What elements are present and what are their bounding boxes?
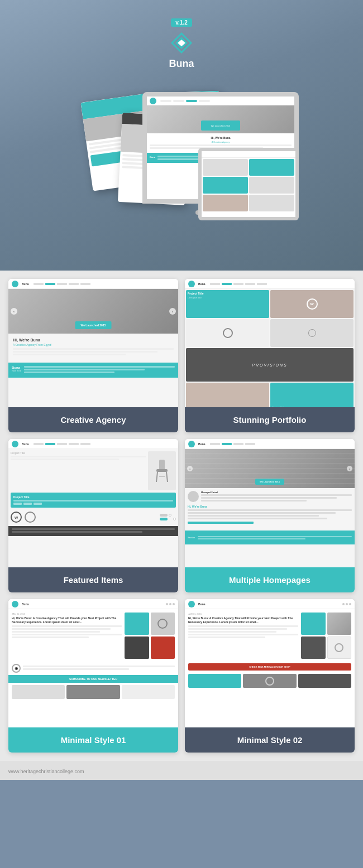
demo-label-stunning-portfolio: Stunning Portfolio — [185, 407, 355, 432]
preview-logo-fi — [12, 441, 18, 447]
site-footer: www.heritagechristiancollege.com — [0, 761, 363, 780]
ca-hero-text: We Launched 2015 — [81, 324, 106, 327]
demo-card-minimal-02[interactable]: Buna JAN 31, 2015 Hi, We're Buna: A Crea… — [185, 599, 355, 753]
demo-preview-creative-agency: Buna We Launched 2015 ‹ › — [8, 279, 178, 407]
logo-area: Buna — [11, 31, 352, 70]
ca-subtitle: A Creative Agency From Egypt! — [13, 343, 174, 346]
demo-preview-minimal-02: Buna JAN 31, 2015 Hi, We're Buna: A Crea… — [185, 599, 355, 727]
demo-card-minimal-01[interactable]: Buna JAN 31, 2015 Hi, We're Buna: A Crea… — [8, 599, 178, 753]
demo-label-minimal-02: Minimal Style 02 — [185, 727, 355, 753]
svg-line-5 — [156, 472, 157, 482]
demo-label-minimal-01: Minimal Style 01 — [8, 727, 178, 753]
demo-card-stunning-portfolio[interactable]: Buna Project Title Lorem ipsum dolor — [185, 279, 355, 432]
version-badge: v.1.2 — [11, 17, 352, 30]
footer-url: www.heritagechristiancollege.com — [8, 769, 84, 774]
preview-logo-sp — [188, 281, 195, 287]
ms2-title: Hi, We're Buna: A Creative Agency That w… — [188, 616, 298, 624]
hero-section: v.1.2 Buna — [0, 0, 363, 271]
preview-logo — [12, 281, 18, 287]
hero-mockup: We Launched 2015 Hi, We're Buna A Creati… — [64, 81, 299, 248]
demo-preview-stunning-portfolio: Buna Project Title Lorem ipsum dolor — [185, 279, 355, 407]
preview-logo-mh — [188, 441, 195, 447]
demo-preview-multiple-homepages: Buna We Launched 2015 — [185, 439, 355, 567]
mh-hero-box: We Launched 2015 — [255, 479, 284, 485]
ca-next-arrow[interactable]: › — [169, 308, 176, 315]
demo-card-multiple-homepages[interactable]: Buna We Launched 2015 — [185, 439, 355, 592]
ca-title: Hi, We're Buna — [13, 338, 174, 342]
ms2-shop-text: CHECK NEW ARRIVALS IN OUR SHOP — [192, 666, 348, 668]
demo-label-multiple-homepages: Multiple Homepages — [185, 567, 355, 592]
ms1-newsletter: SUBSCRIBE TO OUR NEWSLETTER — [12, 677, 175, 681]
demo-card-creative-agency[interactable]: Buna We Launched 2015 ‹ › — [8, 279, 178, 432]
ms1-title: Hi, We're Buna: A Creative Agency That w… — [12, 616, 122, 624]
main-content: Buna We Launched 2015 ‹ › — [0, 271, 363, 761]
logo-icon — [170, 31, 193, 55]
demo-card-featured-items[interactable]: Buna Project Title — [8, 439, 178, 592]
preview-logo-ms1 — [12, 601, 18, 607]
demo-preview-featured-items: Buna Project Title — [8, 439, 178, 567]
svg-rect-4 — [156, 469, 168, 472]
preview-logo-ms2 — [188, 601, 195, 607]
tablet-mockup — [198, 148, 299, 220]
demo-label-featured-items: Featured Items — [8, 567, 178, 592]
demo-label-creative-agency: Creative Agency — [8, 407, 178, 432]
ca-prev-arrow[interactable]: ‹ — [11, 308, 17, 315]
mh-hero-text: We Launched 2015 — [260, 480, 280, 483]
mh-teal-bar: Section — [185, 531, 355, 544]
brand-name: Buna — [11, 58, 352, 70]
demo-preview-minimal-01: Buna JAN 31, 2015 Hi, We're Buna: A Crea… — [8, 599, 178, 727]
svg-line-6 — [166, 472, 168, 482]
demo-grid: Buna We Launched 2015 ‹ › — [8, 279, 355, 753]
